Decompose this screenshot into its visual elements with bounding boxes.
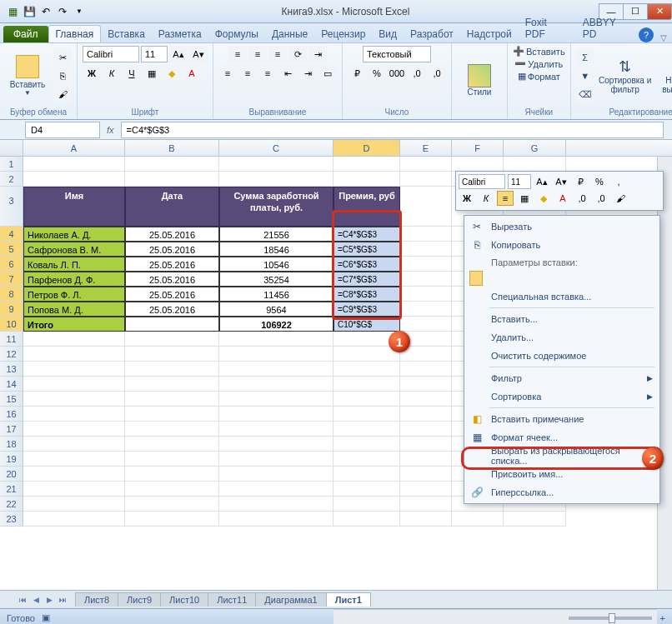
format-cells-button[interactable]: ▦Формат bbox=[518, 71, 560, 82]
row-header[interactable]: 4 bbox=[0, 227, 23, 242]
paste-button[interactable]: Вставить ▼ bbox=[5, 47, 50, 104]
cell[interactable] bbox=[23, 157, 125, 172]
mini-italic-icon[interactable]: К bbox=[478, 191, 494, 206]
cell[interactable] bbox=[125, 332, 219, 347]
cell[interactable] bbox=[400, 257, 452, 272]
cell[interactable] bbox=[400, 272, 452, 287]
format-painter-icon[interactable]: 🖌 bbox=[53, 86, 72, 102]
comma-icon[interactable]: 000 bbox=[388, 65, 406, 82]
cell[interactable] bbox=[400, 227, 452, 242]
cell[interactable] bbox=[400, 422, 452, 437]
cell[interactable] bbox=[400, 187, 452, 227]
col-header-G[interactable]: G bbox=[504, 140, 566, 156]
mini-size-combo[interactable]: 11 bbox=[508, 174, 531, 189]
align-center-icon[interactable]: ≡ bbox=[238, 65, 257, 82]
cell[interactable] bbox=[23, 452, 125, 467]
ctx-paste-special[interactable]: Специальная вставка... bbox=[466, 287, 658, 306]
status-macro-icon[interactable]: ▣ bbox=[42, 612, 50, 623]
cell[interactable] bbox=[400, 437, 452, 452]
th-bonus[interactable]: Премия, руб bbox=[333, 187, 400, 227]
tab-formulas[interactable]: Формулы bbox=[208, 26, 265, 42]
ctx-copy[interactable]: ⎘Копировать bbox=[466, 236, 658, 254]
ribbon-min-icon[interactable]: ▽ bbox=[660, 33, 667, 42]
cell[interactable] bbox=[125, 317, 219, 332]
cell[interactable] bbox=[400, 392, 452, 407]
row-header[interactable]: 22 bbox=[0, 497, 23, 512]
cell-salary[interactable]: 10546 bbox=[219, 257, 333, 272]
cell-date[interactable]: 25.05.2016 bbox=[125, 257, 219, 272]
cell[interactable] bbox=[400, 407, 452, 422]
row-header[interactable]: 18 bbox=[0, 437, 23, 452]
font-name-combo[interactable]: Calibri bbox=[83, 46, 139, 62]
name-box[interactable]: D4 bbox=[25, 122, 100, 138]
sheet-nav-last-icon[interactable]: ⏭ bbox=[57, 594, 68, 606]
indent-inc-icon[interactable]: ⇥ bbox=[298, 65, 317, 82]
cell-date[interactable]: 25.05.2016 bbox=[125, 242, 219, 257]
fill-color-icon[interactable]: ◆ bbox=[163, 65, 181, 82]
cell-salary[interactable]: 9564 bbox=[219, 302, 333, 317]
cell-date[interactable]: 25.05.2016 bbox=[125, 287, 219, 302]
styles-button[interactable]: Стили bbox=[457, 52, 502, 109]
row-header[interactable]: 8 bbox=[0, 287, 23, 302]
cell[interactable] bbox=[333, 347, 400, 362]
sheet-nav-next-icon[interactable]: ▶ bbox=[43, 594, 55, 606]
cell-total-label[interactable]: Итого bbox=[23, 317, 125, 332]
cell[interactable] bbox=[23, 362, 125, 377]
cell[interactable] bbox=[125, 512, 219, 527]
row-header[interactable]: 13 bbox=[0, 362, 23, 377]
wrap-text-icon[interactable]: ⇥ bbox=[308, 46, 327, 62]
sheet-nav-prev-icon[interactable]: ◀ bbox=[30, 594, 42, 606]
sheet-tab[interactable]: Лист9 bbox=[118, 592, 161, 607]
cell[interactable] bbox=[400, 317, 452, 332]
cell[interactable] bbox=[23, 347, 125, 362]
th-name[interactable]: Имя bbox=[23, 187, 125, 227]
row-header[interactable]: 11 bbox=[0, 332, 23, 347]
tab-data[interactable]: Данные bbox=[265, 26, 314, 42]
delete-cells-button[interactable]: ➖Удалить bbox=[514, 58, 563, 69]
cell[interactable] bbox=[23, 407, 125, 422]
cell[interactable] bbox=[400, 452, 452, 467]
mini-currency-icon[interactable]: ₽ bbox=[572, 174, 589, 189]
row-header[interactable]: 12 bbox=[0, 347, 23, 362]
cell[interactable] bbox=[219, 407, 333, 422]
cell-name[interactable]: Коваль Л. П. bbox=[23, 257, 125, 272]
row-header[interactable]: 15 bbox=[0, 392, 23, 407]
bold-icon[interactable]: Ж bbox=[83, 65, 101, 82]
cell[interactable] bbox=[400, 377, 452, 392]
sheet-tab-active[interactable]: Лист1 bbox=[326, 592, 371, 607]
mini-comma-icon[interactable]: , bbox=[610, 174, 627, 189]
cell[interactable] bbox=[333, 172, 400, 187]
cell-bonus[interactable]: =C7*$G$3 bbox=[333, 272, 400, 287]
zoom-slider[interactable] bbox=[569, 617, 652, 620]
undo-icon[interactable]: ↶ bbox=[38, 4, 53, 19]
cell[interactable] bbox=[219, 482, 333, 497]
cell[interactable] bbox=[333, 362, 400, 377]
cell[interactable] bbox=[219, 452, 333, 467]
cell[interactable] bbox=[452, 512, 504, 527]
cell[interactable] bbox=[23, 422, 125, 437]
cell[interactable] bbox=[452, 157, 504, 172]
tab-insert[interactable]: Вставка bbox=[101, 26, 152, 42]
border-icon[interactable]: ▦ bbox=[143, 65, 161, 82]
cell-date[interactable]: 25.05.2016 bbox=[125, 302, 219, 317]
cell[interactable] bbox=[400, 482, 452, 497]
mini-border-icon[interactable]: ▦ bbox=[516, 191, 533, 206]
zoom-in-icon[interactable]: + bbox=[660, 613, 665, 623]
cell[interactable] bbox=[219, 512, 333, 527]
cell[interactable] bbox=[219, 157, 333, 172]
cell[interactable] bbox=[219, 422, 333, 437]
fx-icon[interactable]: fx bbox=[107, 125, 114, 135]
mini-shrink-font-icon[interactable]: A▾ bbox=[553, 174, 569, 189]
row-header[interactable]: 7 bbox=[0, 272, 23, 287]
save-icon[interactable]: 💾 bbox=[22, 4, 37, 19]
cell[interactable] bbox=[125, 452, 219, 467]
autosum-icon[interactable]: Σ bbox=[576, 49, 594, 66]
cell[interactable] bbox=[504, 512, 566, 527]
cell[interactable] bbox=[125, 422, 219, 437]
clear-icon[interactable]: ⌫ bbox=[576, 86, 594, 102]
row-header[interactable]: 20 bbox=[0, 467, 23, 482]
tab-review[interactable]: Рецензир bbox=[314, 26, 372, 42]
cell-bonus[interactable]: =C6*$G$3 bbox=[333, 257, 400, 272]
col-header-B[interactable]: B bbox=[125, 140, 219, 156]
row-header[interactable]: 17 bbox=[0, 422, 23, 437]
